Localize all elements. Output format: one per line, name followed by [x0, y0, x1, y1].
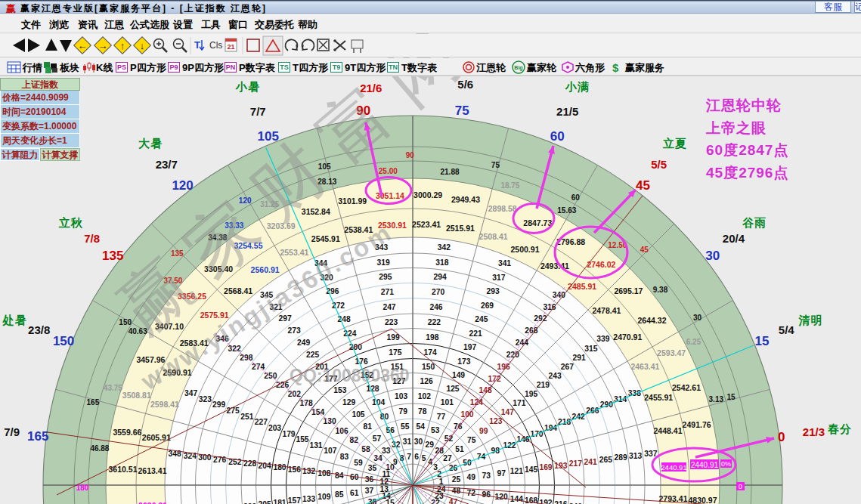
svg-text:108: 108 — [317, 469, 330, 478]
svg-text:107: 107 — [324, 447, 336, 455]
svg-text:289: 289 — [615, 453, 627, 462]
svg-text:246: 246 — [429, 303, 442, 311]
svg-text:149: 149 — [452, 371, 465, 379]
svg-text:202: 202 — [288, 390, 301, 398]
svg-text:195: 195 — [525, 390, 537, 398]
svg-text:154: 154 — [311, 408, 324, 416]
svg-text:247: 247 — [382, 303, 395, 311]
svg-text:216: 216 — [554, 500, 567, 504]
svg-text:173: 173 — [457, 357, 470, 366]
svg-text:227: 227 — [255, 418, 268, 426]
svg-text:293: 293 — [487, 287, 500, 295]
svg-text:196: 196 — [497, 363, 510, 371]
svg-text:153: 153 — [333, 386, 346, 394]
svg-text:75: 75 — [491, 161, 500, 169]
svg-text:150: 150 — [53, 334, 74, 348]
svg-text:155: 155 — [296, 435, 308, 444]
svg-text:3508.81: 3508.81 — [122, 391, 151, 400]
svg-text:198: 198 — [426, 333, 438, 342]
svg-text:75: 75 — [467, 436, 476, 444]
svg-text:2598.41: 2598.41 — [150, 400, 179, 409]
svg-text:0%: 0% — [721, 460, 731, 468]
svg-text:128: 128 — [366, 385, 379, 393]
svg-text:120: 120 — [495, 493, 508, 501]
svg-text:T: T — [194, 39, 200, 51]
svg-text:2644.32: 2644.32 — [638, 316, 667, 325]
svg-text:2553.41: 2553.41 — [280, 248, 308, 257]
svg-text:54: 54 — [416, 422, 425, 431]
svg-text:小满: 小满 — [565, 80, 590, 93]
svg-text:←: ← — [78, 40, 88, 51]
svg-text:179: 179 — [282, 430, 295, 438]
svg-text:4830.97: 4830.97 — [689, 496, 717, 504]
svg-text:156: 156 — [288, 465, 301, 474]
svg-text:春分: 春分 — [827, 422, 852, 435]
svg-text:60: 60 — [550, 129, 565, 144]
svg-text:23/8: 23/8 — [28, 323, 50, 336]
svg-text:2542.61: 2542.61 — [672, 383, 701, 392]
svg-text:2568.41: 2568.41 — [224, 286, 252, 295]
svg-text:5: 5 — [422, 454, 426, 462]
svg-text:立夏: 立夏 — [662, 137, 687, 150]
svg-text:3000.29: 3000.29 — [413, 190, 442, 199]
svg-text:319: 319 — [377, 258, 390, 267]
svg-text:125: 125 — [446, 385, 459, 393]
svg-text:2515.91: 2515.91 — [446, 224, 475, 233]
svg-text:60: 60 — [571, 193, 581, 202]
svg-text:18.75: 18.75 — [500, 181, 519, 190]
svg-text:144: 144 — [510, 495, 523, 503]
svg-text:243: 243 — [549, 372, 562, 380]
svg-text:121: 121 — [510, 467, 523, 475]
svg-text:313: 313 — [629, 452, 642, 460]
svg-text:→: → — [98, 40, 108, 51]
svg-text:73: 73 — [482, 472, 491, 480]
svg-text:30: 30 — [414, 438, 423, 446]
svg-text:2440.91: 2440.91 — [691, 461, 719, 469]
svg-text:2949.43: 2949.43 — [451, 195, 480, 204]
svg-text:103: 103 — [395, 392, 407, 400]
svg-text:60度2847点: 60度2847点 — [706, 142, 788, 158]
svg-text:↓: ↓ — [140, 40, 145, 51]
svg-text:Big: Big — [514, 65, 522, 71]
svg-text:↑: ↑ — [120, 40, 125, 51]
svg-text:2508.41: 2508.41 — [479, 232, 508, 241]
svg-text:133: 133 — [302, 495, 315, 503]
svg-text:51: 51 — [455, 445, 464, 453]
svg-text:90: 90 — [406, 151, 415, 159]
svg-text:2455.91: 2455.91 — [644, 393, 673, 402]
svg-text:15.63: 15.63 — [557, 206, 576, 215]
svg-text:上帝之眼: 上帝之眼 — [705, 120, 767, 136]
svg-text:30: 30 — [693, 314, 702, 322]
svg-text:192: 192 — [539, 499, 552, 504]
svg-text:9.38: 9.38 — [653, 286, 668, 294]
svg-text:0: 0 — [739, 482, 742, 490]
svg-text:15: 15 — [754, 334, 769, 348]
svg-text:2613.41: 2613.41 — [138, 466, 167, 475]
svg-text:223: 223 — [385, 318, 398, 326]
svg-text:31: 31 — [403, 438, 412, 446]
svg-text:315: 315 — [584, 345, 597, 353]
svg-text:249: 249 — [297, 339, 310, 347]
svg-text:2470.91: 2470.91 — [613, 332, 642, 342]
svg-text:3: 3 — [433, 463, 438, 472]
svg-text:131: 131 — [309, 441, 322, 450]
svg-text:2545.91: 2545.91 — [311, 234, 340, 243]
svg-text:105: 105 — [352, 410, 364, 419]
svg-text:34: 34 — [373, 454, 382, 462]
svg-text:2746.02: 2746.02 — [587, 260, 615, 269]
svg-text:2500.91: 2500.91 — [511, 245, 540, 254]
svg-text:2593.47: 2593.47 — [657, 348, 686, 357]
svg-text:2523.41: 2523.41 — [412, 220, 441, 229]
svg-text:157: 157 — [288, 496, 301, 504]
svg-text:立秋: 立秋 — [58, 216, 83, 229]
svg-text:清明: 清明 — [798, 314, 823, 326]
svg-text:317: 317 — [492, 274, 505, 282]
svg-text:Cls: Cls — [209, 40, 222, 51]
svg-text:2485.91: 2485.91 — [568, 282, 596, 291]
svg-text:53: 53 — [431, 426, 440, 434]
svg-text:6: 6 — [414, 453, 419, 461]
svg-text:78: 78 — [418, 407, 427, 416]
svg-text:2448.41: 2448.41 — [654, 426, 683, 435]
svg-text:7/7: 7/7 — [250, 105, 266, 118]
svg-text:245: 245 — [475, 315, 488, 323]
